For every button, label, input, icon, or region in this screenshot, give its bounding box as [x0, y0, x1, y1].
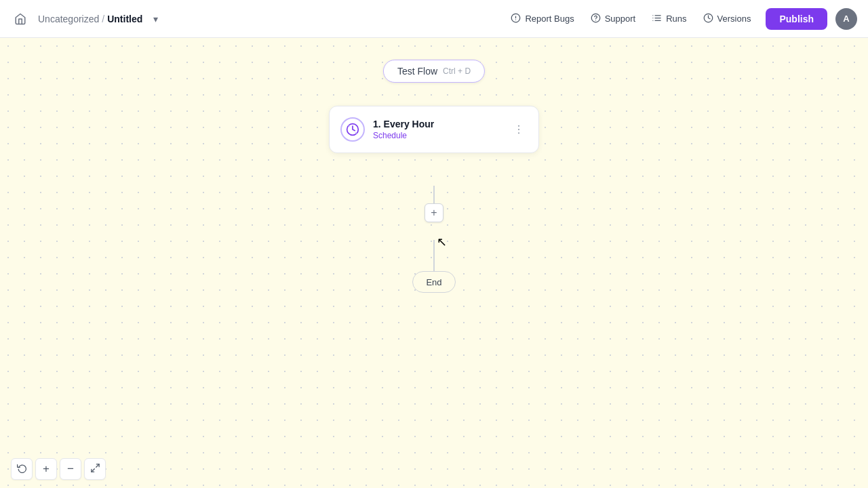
bottom-toolbar: + −: [0, 450, 868, 488]
report-bugs-label: Report Bugs: [525, 14, 574, 24]
svg-line-16: [96, 464, 98, 467]
svg-point-14: [518, 129, 519, 130]
test-flow-shortcut: Ctrl + D: [443, 66, 471, 76]
avatar[interactable]: A: [835, 8, 857, 30]
breadcrumb-current: Untitled: [107, 14, 142, 24]
end-label: End: [426, 277, 441, 287]
cursor-pointer: ↖: [437, 235, 447, 249]
versions-button[interactable]: Versions: [696, 9, 758, 29]
publish-button[interactable]: Publish: [766, 8, 827, 30]
report-bugs-icon: [511, 13, 521, 25]
runs-label: Runs: [666, 14, 686, 24]
support-label: Support: [605, 14, 636, 24]
runs-icon: [652, 13, 662, 25]
node-title: 1. Every Hour: [373, 119, 502, 129]
node-icon-wrap: [340, 117, 365, 142]
zoom-out-icon: −: [67, 462, 74, 476]
every-hour-node[interactable]: 1. Every Hour Schedule: [329, 106, 539, 153]
test-flow-button[interactable]: Test Flow Ctrl + D: [383, 60, 485, 83]
fit-icon: [90, 463, 100, 475]
canvas: Test Flow Ctrl + D 1. Every Hour Schedul…: [0, 38, 868, 488]
refresh-icon: [17, 463, 27, 475]
svg-point-15: [518, 132, 519, 134]
chevron-down-icon: ▾: [153, 14, 158, 24]
node-menu-button[interactable]: [510, 121, 528, 138]
header: Uncategorized / Untitled ▾ Report Bugs: [0, 0, 868, 38]
test-flow-label: Test Flow: [397, 66, 437, 77]
fit-view-button[interactable]: [84, 458, 106, 480]
home-button[interactable]: [11, 9, 30, 28]
add-node-button[interactable]: +: [425, 203, 443, 222]
support-button[interactable]: Support: [584, 9, 643, 29]
support-icon: [591, 13, 601, 25]
breadcrumb-parent[interactable]: Uncategorized: [38, 14, 99, 24]
versions-icon: [703, 13, 713, 25]
connector-bottom: [433, 240, 435, 272]
refresh-button[interactable]: [11, 458, 33, 480]
breadcrumb-chevron-button[interactable]: ▾: [151, 12, 161, 26]
nav-actions: Report Bugs Support: [504, 8, 857, 30]
svg-point-13: [518, 125, 519, 127]
plus-icon: +: [431, 207, 437, 218]
breadcrumb: Uncategorized / Untitled: [38, 14, 142, 24]
svg-line-17: [91, 469, 94, 472]
zoom-in-icon: +: [43, 462, 50, 476]
versions-label: Versions: [717, 14, 751, 24]
runs-button[interactable]: Runs: [645, 9, 693, 29]
node-content: 1. Every Hour Schedule: [373, 119, 502, 140]
breadcrumb-separator: /: [102, 14, 104, 24]
zoom-out-button[interactable]: −: [60, 458, 81, 480]
end-node: End: [412, 271, 456, 293]
zoom-in-button[interactable]: +: [35, 458, 57, 480]
report-bugs-button[interactable]: Report Bugs: [504, 9, 580, 29]
node-subtitle: Schedule: [373, 131, 502, 140]
